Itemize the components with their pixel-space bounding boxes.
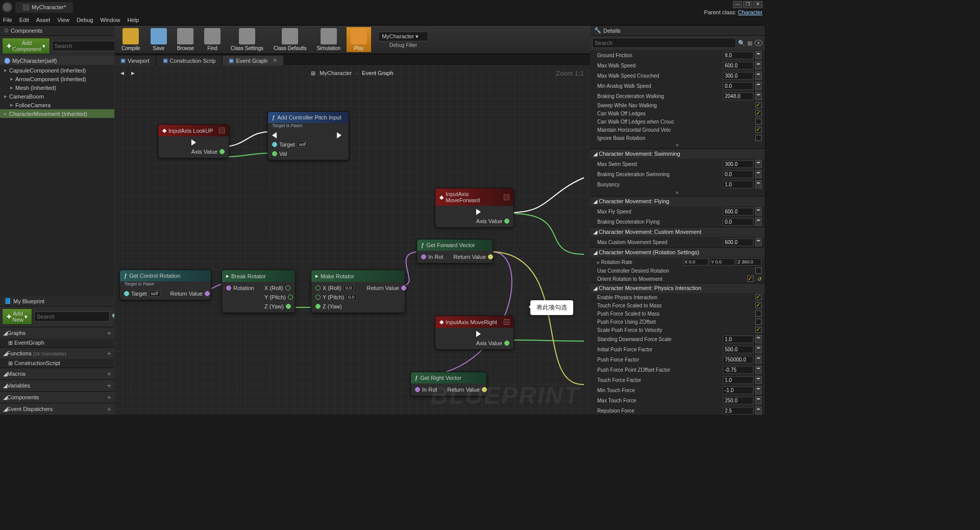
spinner-icon[interactable]: ◂▸: [755, 366, 762, 374]
toolbar-browse[interactable]: Browse: [173, 27, 198, 52]
bp-section-variables[interactable]: ◢Variables+: [0, 379, 114, 391]
add-icon[interactable]: +: [107, 381, 111, 390]
bp-item[interactable]: ⊞ ConstructionScript: [0, 359, 114, 368]
checkbox[interactable]: [755, 135, 762, 141]
graph-canvas[interactable]: ◄► ⊞ MyCharacter › Event Graph Zoom 1:1: [114, 65, 590, 415]
blueprint-search-input[interactable]: [34, 311, 110, 322]
detail-value-input[interactable]: [723, 160, 753, 168]
close-button[interactable]: ✕: [753, 1, 763, 8]
menu-help[interactable]: Help: [127, 17, 139, 23]
spinner-icon[interactable]: ◂▸: [755, 335, 762, 343]
node-inputaxis-right[interactable]: ◆ InputAxis MoveRight □ Axis Value: [435, 316, 514, 350]
detail-section[interactable]: ◢ Character Movement: Flying: [590, 196, 765, 206]
detail-section[interactable]: ◢ Character Movement: Custom Movement: [590, 227, 765, 237]
spinner-icon[interactable]: ◂▸: [755, 406, 762, 415]
spinner-icon[interactable]: ◂▸: [755, 355, 762, 364]
checkbox[interactable]: [755, 310, 762, 317]
toolbar-simulation[interactable]: Simulation: [312, 27, 345, 52]
spinner-icon[interactable]: ◂▸: [755, 207, 762, 215]
menu-window[interactable]: Window: [100, 17, 120, 23]
menu-file[interactable]: File: [3, 17, 12, 23]
breadcrumb-child[interactable]: Event Graph: [362, 70, 394, 76]
toolbar-compile[interactable]: Compile: [117, 27, 144, 52]
detail-section[interactable]: ◢ Character Movement: Physics Interactio…: [590, 283, 765, 293]
maximize-button[interactable]: ❐: [743, 1, 752, 8]
detail-value-input[interactable]: [723, 62, 753, 69]
debug-target-combo[interactable]: MyCharacter ▾: [378, 32, 428, 41]
detail-value-input[interactable]: [723, 171, 753, 178]
checkbox[interactable]: [747, 276, 753, 282]
detail-value-input[interactable]: [723, 397, 753, 404]
details-tab[interactable]: 🔧 Details: [590, 26, 765, 36]
detail-value-input[interactable]: [723, 92, 753, 100]
checkbox[interactable]: [755, 302, 762, 308]
menu-view[interactable]: View: [57, 17, 69, 23]
checkbox[interactable]: [755, 268, 762, 274]
spinner-icon[interactable]: ◂▸: [755, 376, 762, 384]
detail-value-input[interactable]: [723, 82, 753, 90]
component-item[interactable]: ▸ CameraBoom: [0, 92, 114, 101]
vec-y-input[interactable]: [709, 258, 735, 266]
breadcrumb-parent[interactable]: MyCharacter: [320, 70, 352, 76]
bp-section-components[interactable]: ◢Components+: [0, 391, 114, 403]
checkbox[interactable]: [755, 319, 762, 325]
bp-item[interactable]: ⊞ EventGraph: [0, 339, 114, 347]
detail-value-input[interactable]: [723, 346, 753, 353]
minimize-button[interactable]: —: [733, 1, 742, 8]
component-item[interactable]: ▸ CapsuleComponent (Inherited): [0, 66, 114, 75]
spinner-icon[interactable]: ◂▸: [755, 238, 762, 246]
vec-x-input[interactable]: [683, 258, 708, 266]
spinner-icon[interactable]: ◂▸: [755, 82, 762, 90]
checkbox[interactable]: [755, 110, 762, 116]
checkbox[interactable]: [755, 118, 762, 125]
node-get-forward-vector[interactable]: ƒ Get Forward Vector In Rot Return Value: [416, 239, 493, 263]
detail-value-input[interactable]: [723, 376, 753, 384]
detail-value-input[interactable]: [723, 238, 753, 246]
node-add-pitch-input[interactable]: ƒ Add Controller Pitch Input Target is P…: [267, 111, 349, 160]
spinner-icon[interactable]: ◂▸: [755, 386, 762, 394]
menu-edit[interactable]: Edit: [19, 17, 29, 23]
checkbox[interactable]: [755, 102, 762, 108]
toolbar-find[interactable]: Find: [200, 27, 225, 52]
spinner-icon[interactable]: ◂▸: [755, 92, 762, 100]
detail-value-input[interactable]: [723, 356, 753, 364]
toolbar-class-settings[interactable]: Class Settings: [227, 27, 267, 52]
spinner-icon[interactable]: ◂▸: [755, 51, 762, 59]
spinner-icon[interactable]: ◂▸: [755, 180, 762, 188]
menu-asset[interactable]: Asset: [36, 17, 51, 23]
spinner-icon[interactable]: ◂▸: [755, 218, 762, 226]
spinner-icon[interactable]: ◂▸: [755, 71, 762, 80]
component-item[interactable]: ▸ CharacterMovement (Inherited): [0, 109, 114, 118]
detail-value-input[interactable]: [723, 218, 753, 226]
checkbox[interactable]: [755, 327, 762, 333]
revert-icon[interactable]: ↺: [757, 276, 762, 282]
vec-z-input[interactable]: [736, 258, 762, 266]
graph-tab-event-graph[interactable]: ▣ Event Graph ✕: [223, 56, 283, 65]
checkbox[interactable]: [755, 127, 762, 133]
spinner-icon[interactable]: ◂▸: [755, 345, 762, 353]
nav-back-icon[interactable]: ◄: [119, 70, 125, 76]
bp-section-macros[interactable]: ◢Macros+: [0, 368, 114, 379]
detail-value-input[interactable]: [723, 208, 753, 215]
detail-value-input[interactable]: [723, 387, 753, 394]
toolbar-save[interactable]: Save: [146, 27, 171, 52]
detail-value-input[interactable]: [723, 52, 753, 59]
components-tab[interactable]: ⊙ Components: [0, 26, 114, 36]
node-inputaxis-forward[interactable]: ◆ InputAxis MoveForward □ Axis Value: [435, 188, 514, 228]
node-get-control-rotation[interactable]: ƒ Get Control Rotation Target is Pawn Ta…: [119, 270, 211, 300]
detail-value-input[interactable]: [723, 407, 753, 415]
detail-value-input[interactable]: [723, 181, 753, 188]
document-tab[interactable]: ⬛ MyCharacter*: [15, 2, 73, 13]
component-item[interactable]: ▸ FolloeCamera: [0, 101, 114, 109]
bp-section-graphs[interactable]: ◢Graphs+: [0, 327, 114, 339]
component-item[interactable]: ▸ Mesh (Inherited): [0, 83, 114, 92]
add-new-button[interactable]: ✚ Add New ▾: [2, 308, 32, 325]
root-actor[interactable]: ⬤ MyCharacter(self): [0, 56, 114, 65]
bp-section-event dispatchers[interactable]: ◢Event Dispatchers+: [0, 403, 114, 415]
add-component-button[interactable]: ✚ Add Component ▾: [2, 38, 50, 54]
toolbar-class-defaults[interactable]: Class Defaults: [270, 27, 310, 52]
visibility-icon[interactable]: [754, 40, 763, 46]
nav-fwd-icon[interactable]: ►: [130, 70, 136, 76]
detail-value-input[interactable]: [723, 366, 753, 374]
details-search-input[interactable]: [592, 38, 736, 48]
